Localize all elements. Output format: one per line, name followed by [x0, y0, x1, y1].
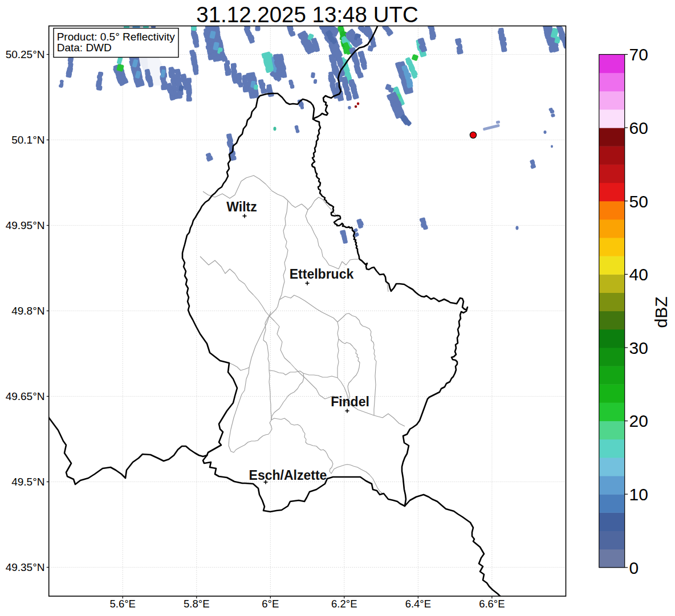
svg-text:5.8°E: 5.8°E	[184, 598, 209, 610]
svg-text:Ettelbruck: Ettelbruck	[290, 267, 354, 282]
svg-text:50: 50	[629, 192, 648, 211]
svg-text:6.4°E: 6.4°E	[405, 598, 431, 610]
svg-text:49.35°N: 49.35°N	[6, 561, 45, 573]
svg-text:Data: DWD: Data: DWD	[57, 42, 112, 54]
svg-text:50.25°N: 50.25°N	[6, 48, 45, 60]
svg-text:60: 60	[629, 119, 648, 137]
svg-text:Findel: Findel	[331, 394, 369, 409]
svg-text:Product: 0.5° Reflectivity: Product: 0.5° Reflectivity	[57, 31, 176, 43]
svg-text:Wiltz: Wiltz	[226, 199, 257, 214]
svg-text:40: 40	[629, 265, 648, 284]
svg-text:31.12.2025 13:48 UTC: 31.12.2025 13:48 UTC	[196, 2, 418, 27]
svg-text:10: 10	[629, 485, 648, 504]
svg-text:dBZ: dBZ	[652, 296, 670, 328]
svg-text:Esch/Alzette: Esch/Alzette	[249, 468, 327, 483]
svg-text:30: 30	[629, 338, 648, 357]
svg-text:6.6°E: 6.6°E	[479, 598, 505, 610]
svg-text:49.95°N: 49.95°N	[6, 219, 45, 231]
svg-text:49.65°N: 49.65°N	[6, 390, 45, 402]
svg-text:50.1°N: 50.1°N	[11, 134, 44, 146]
svg-text:0: 0	[629, 558, 639, 577]
svg-text:6.2°E: 6.2°E	[331, 598, 357, 610]
svg-text:5.6°E: 5.6°E	[109, 598, 135, 610]
svg-text:49.5°N: 49.5°N	[11, 476, 44, 488]
svg-text:70: 70	[629, 45, 648, 64]
svg-text:49.8°N: 49.8°N	[11, 305, 44, 317]
svg-text:6°E: 6°E	[262, 598, 279, 610]
svg-text:20: 20	[629, 411, 648, 430]
